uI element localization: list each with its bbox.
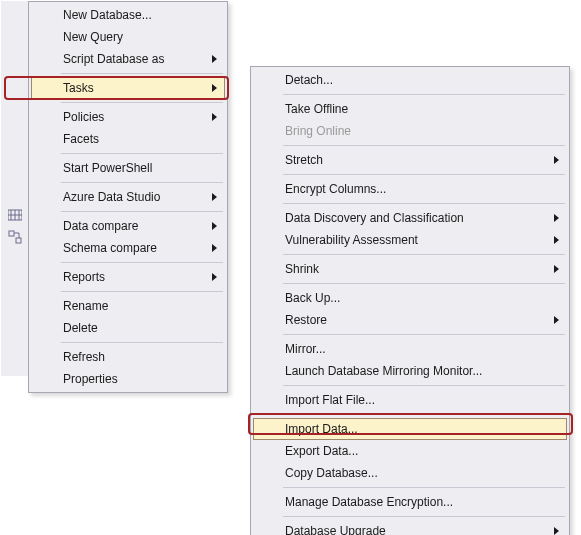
menu-separator xyxy=(61,73,223,74)
menu-item-manage-encryption[interactable]: Manage Database Encryption... xyxy=(253,491,567,513)
menu-separator xyxy=(61,291,223,292)
menu-item-label: Bring Online xyxy=(285,124,351,138)
menu-item-take-offline[interactable]: Take Offline xyxy=(253,98,567,120)
menu-item-label: Back Up... xyxy=(285,291,340,305)
submenu-arrow-icon xyxy=(554,316,559,324)
context-menu-primary: New Database... New Query Script Databas… xyxy=(28,1,228,393)
submenu-arrow-icon xyxy=(212,55,217,63)
menu-item-bring-online: Bring Online xyxy=(253,120,567,142)
menu-item-label: Copy Database... xyxy=(285,466,378,480)
menu-item-label: Database Upgrade xyxy=(285,524,386,535)
menu-separator xyxy=(283,174,565,175)
menu-separator xyxy=(61,182,223,183)
menu-item-properties[interactable]: Properties xyxy=(31,368,225,390)
menu-item-tasks[interactable]: Tasks xyxy=(31,77,225,99)
icon-strip xyxy=(1,1,28,376)
menu-item-label: New Database... xyxy=(63,8,152,22)
menu-item-new-query[interactable]: New Query xyxy=(31,26,225,48)
menu-separator xyxy=(283,254,565,255)
menu-item-label: Tasks xyxy=(63,81,94,95)
menu-item-refresh[interactable]: Refresh xyxy=(31,346,225,368)
menu-item-delete[interactable]: Delete xyxy=(31,317,225,339)
menu-item-copy-database[interactable]: Copy Database... xyxy=(253,462,567,484)
svg-rect-6 xyxy=(16,238,21,243)
menu-item-label: Manage Database Encryption... xyxy=(285,495,453,509)
submenu-arrow-icon xyxy=(212,193,217,201)
menu-item-script-database-as[interactable]: Script Database as xyxy=(31,48,225,70)
menu-item-import-flat-file[interactable]: Import Flat File... xyxy=(253,389,567,411)
menu-item-start-powershell[interactable]: Start PowerShell xyxy=(31,157,225,179)
menu-separator xyxy=(283,145,565,146)
menu-item-azure-data-studio[interactable]: Azure Data Studio xyxy=(31,186,225,208)
submenu-arrow-icon xyxy=(212,244,217,252)
menu-item-label: Launch Database Mirroring Monitor... xyxy=(285,364,482,378)
menu-item-label: New Query xyxy=(63,30,123,44)
menu-separator xyxy=(283,385,565,386)
menu-item-policies[interactable]: Policies xyxy=(31,106,225,128)
menu-separator xyxy=(61,342,223,343)
svg-rect-5 xyxy=(9,231,14,236)
menu-separator xyxy=(283,487,565,488)
menu-separator xyxy=(283,283,565,284)
menu-item-encrypt-columns[interactable]: Encrypt Columns... xyxy=(253,178,567,200)
menu-separator xyxy=(283,414,565,415)
menu-item-vulnerability-assessment[interactable]: Vulnerability Assessment xyxy=(253,229,567,251)
menu-separator xyxy=(61,153,223,154)
menu-item-data-compare[interactable]: Data compare xyxy=(31,215,225,237)
menu-item-back-up[interactable]: Back Up... xyxy=(253,287,567,309)
menu-item-label: Reports xyxy=(63,270,105,284)
menu-item-label: Rename xyxy=(63,299,108,313)
menu-item-shrink[interactable]: Shrink xyxy=(253,258,567,280)
menu-item-detach[interactable]: Detach... xyxy=(253,69,567,91)
menu-item-label: Vulnerability Assessment xyxy=(285,233,418,247)
menu-item-label: Azure Data Studio xyxy=(63,190,160,204)
menu-item-launch-mirroring-monitor[interactable]: Launch Database Mirroring Monitor... xyxy=(253,360,567,382)
menu-item-database-upgrade[interactable]: Database Upgrade xyxy=(253,520,567,535)
data-compare-icon xyxy=(8,208,22,222)
menu-separator xyxy=(61,102,223,103)
menu-separator xyxy=(61,262,223,263)
menu-item-mirror[interactable]: Mirror... xyxy=(253,338,567,360)
submenu-arrow-icon xyxy=(554,156,559,164)
menu-item-new-database[interactable]: New Database... xyxy=(31,4,225,26)
menu-item-schema-compare[interactable]: Schema compare xyxy=(31,237,225,259)
submenu-arrow-icon xyxy=(212,113,217,121)
menu-item-import-data[interactable]: Import Data... xyxy=(253,418,567,440)
submenu-arrow-icon xyxy=(554,265,559,273)
submenu-arrow-icon xyxy=(554,527,559,535)
menu-item-label: Data compare xyxy=(63,219,138,233)
menu-item-label: Schema compare xyxy=(63,241,157,255)
menu-item-label: Encrypt Columns... xyxy=(285,182,386,196)
menu-item-label: Detach... xyxy=(285,73,333,87)
menu-item-label: Start PowerShell xyxy=(63,161,152,175)
menu-separator xyxy=(283,203,565,204)
menu-separator xyxy=(283,334,565,335)
submenu-arrow-icon xyxy=(212,222,217,230)
submenu-arrow-icon xyxy=(554,214,559,222)
menu-item-reports[interactable]: Reports xyxy=(31,266,225,288)
menu-item-rename[interactable]: Rename xyxy=(31,295,225,317)
submenu-arrow-icon xyxy=(212,273,217,281)
menu-item-label: Refresh xyxy=(63,350,105,364)
menu-item-data-discovery[interactable]: Data Discovery and Classification xyxy=(253,207,567,229)
menu-item-label: Export Data... xyxy=(285,444,358,458)
menu-item-label: Mirror... xyxy=(285,342,326,356)
menu-item-label: Script Database as xyxy=(63,52,164,66)
context-menu-tasks-submenu: Detach... Take Offline Bring Online Stre… xyxy=(250,66,570,535)
menu-item-label: Facets xyxy=(63,132,99,146)
menu-item-label: Policies xyxy=(63,110,104,124)
menu-separator xyxy=(283,516,565,517)
menu-item-export-data[interactable]: Export Data... xyxy=(253,440,567,462)
menu-separator xyxy=(61,211,223,212)
menu-item-label: Restore xyxy=(285,313,327,327)
menu-item-label: Import Data... xyxy=(285,422,358,436)
menu-item-stretch[interactable]: Stretch xyxy=(253,149,567,171)
menu-item-restore[interactable]: Restore xyxy=(253,309,567,331)
menu-item-facets[interactable]: Facets xyxy=(31,128,225,150)
menu-item-label: Shrink xyxy=(285,262,319,276)
menu-item-label: Take Offline xyxy=(285,102,348,116)
submenu-arrow-icon xyxy=(212,84,217,92)
menu-item-label: Data Discovery and Classification xyxy=(285,211,464,225)
menu-item-label: Stretch xyxy=(285,153,323,167)
schema-compare-icon xyxy=(8,230,22,244)
